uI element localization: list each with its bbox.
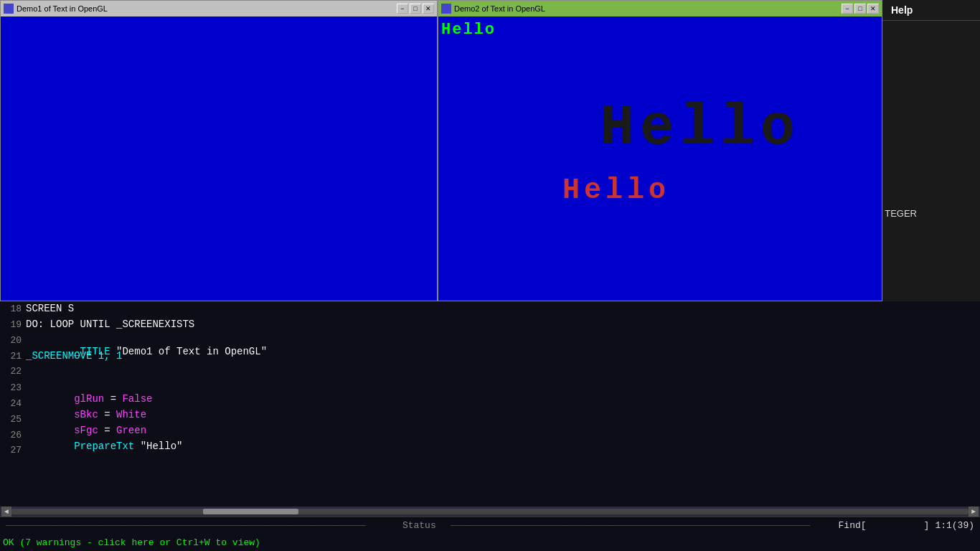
demo1-window-icon bbox=[4, 4, 14, 14]
demo2-title: Demo2 of Text in OpenGL bbox=[454, 4, 545, 13]
demo1-close-button[interactable]: ✕ bbox=[423, 4, 434, 14]
demo1-titlebar: Demo1 of Text in OpenGL − □ ✕ bbox=[1, 1, 437, 17]
code-line-18: 18 SCREEN S bbox=[0, 303, 980, 319]
code-line-19: 19 DO: LOOP UNTIL _SCREENEXISTS bbox=[0, 319, 980, 334]
demo1-window: Demo1 of Text in OpenGL − □ ✕ bbox=[0, 0, 438, 301]
help-panel-title: Help bbox=[882, 0, 980, 21]
teger-label: TEGER bbox=[885, 208, 917, 219]
code-line-26: 26 PrepareTxt "Hello" bbox=[0, 429, 980, 445]
demo2-titlebar: Demo2 of Text in OpenGL − □ ✕ bbox=[438, 1, 882, 17]
scroll-right-button[interactable]: ► bbox=[969, 507, 979, 517]
demo2-window: Demo2 of Text in OpenGL − □ ✕ Hello Hell… bbox=[438, 0, 882, 301]
horizontal-scrollbar[interactable]: ◄ ► bbox=[0, 507, 980, 517]
demo1-title: Demo1 of Text in OpenGL bbox=[17, 4, 108, 13]
demo2-controls: − □ ✕ bbox=[842, 4, 879, 14]
demo1-maximize-button[interactable]: □ bbox=[410, 4, 421, 14]
status-find-label: Find[] bbox=[833, 520, 936, 531]
line-number-21: 21 bbox=[0, 351, 26, 362]
line-content-26: PrepareTxt "Hello" bbox=[26, 429, 980, 463]
scrollbar-thumb[interactable] bbox=[203, 509, 298, 514]
help-panel: Help TEGER bbox=[882, 0, 980, 301]
line-number-22: 22 bbox=[0, 366, 26, 377]
line-number-20: 20 bbox=[0, 335, 26, 346]
line-number-19: 19 bbox=[0, 319, 26, 330]
demo2-hello-small: Hello bbox=[441, 21, 496, 39]
line-content-19: DO: LOOP UNTIL _SCREENEXISTS bbox=[26, 319, 980, 330]
line-number-18: 18 bbox=[0, 303, 26, 314]
demo1-title-left: Demo1 of Text in OpenGL bbox=[4, 4, 108, 14]
status-position: 1:1(39) bbox=[935, 520, 980, 531]
scroll-left-button[interactable]: ◄ bbox=[1, 507, 11, 517]
scrollbar-track[interactable] bbox=[11, 509, 969, 514]
demo2-minimize-button[interactable]: − bbox=[842, 4, 853, 14]
demo1-minimize-button[interactable]: − bbox=[397, 4, 408, 14]
demo2-close-button[interactable]: ✕ bbox=[867, 4, 879, 14]
demo2-canvas: Hello Hello Hello bbox=[438, 17, 882, 301]
code-line-25: 25 sFgc = Green bbox=[0, 413, 980, 429]
line-number-24: 24 bbox=[0, 398, 26, 409]
help-panel-content: TEGER bbox=[882, 21, 980, 301]
bottom-status-bar[interactable]: OK (7 warnings - click here or Ctrl+W to… bbox=[0, 534, 980, 551]
code-line-20: 20 _TITLE "Demo1 of Text in OpenGL" bbox=[0, 334, 980, 350]
demo1-controls: − □ ✕ bbox=[397, 4, 434, 14]
status-separator: ────────────────────────────────────────… bbox=[0, 522, 388, 530]
line-number-23: 23 bbox=[0, 382, 26, 393]
demo2-window-icon bbox=[441, 4, 451, 14]
line-number-25: 25 bbox=[0, 414, 26, 425]
line-content-18: SCREEN S bbox=[26, 303, 980, 314]
line-number-26: 26 bbox=[0, 430, 26, 441]
line-number-27: 27 bbox=[0, 445, 26, 456]
demo2-hello-medium: Hello bbox=[562, 174, 670, 207]
line-content-21: _SCREENMOVE 1, 1 bbox=[26, 350, 980, 362]
code-editor[interactable]: 18 SCREEN S 19 DO: LOOP UNTIL _SCREENEXI… bbox=[0, 301, 980, 507]
status-label: Status bbox=[388, 520, 451, 531]
ok-message[interactable]: OK (7 warnings - click here or Ctrl+W to… bbox=[3, 537, 260, 548]
demo2-maximize-button[interactable]: □ bbox=[854, 4, 866, 14]
demo2-title-left: Demo2 of Text in OpenGL bbox=[441, 4, 545, 14]
code-line-24: 24 sBkc = White bbox=[0, 397, 980, 413]
code-line-23: 23 glRun = False bbox=[0, 382, 980, 397]
demo1-canvas bbox=[1, 17, 437, 301]
demo2-hello-large: Hello bbox=[600, 95, 801, 161]
status-bar: ────────────────────────────────────────… bbox=[0, 517, 980, 534]
editor-area: 18 SCREEN S 19 DO: LOOP UNTIL _SCREENEXI… bbox=[0, 301, 980, 551]
